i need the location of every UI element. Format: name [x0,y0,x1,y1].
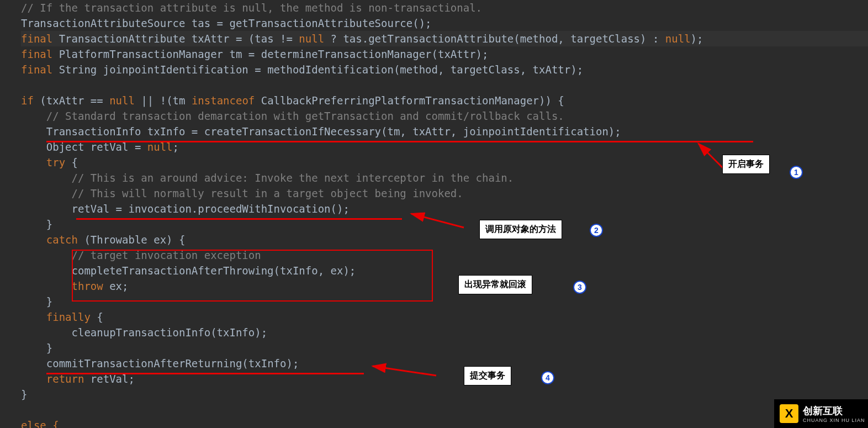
annot-commit: 提交事务 [464,366,511,385]
code-line: retVal = invocation.proceedWithInvocatio… [72,203,350,215]
code-line: final String joinpointIdentification = m… [21,64,583,76]
code-line: else { [21,419,59,428]
code-line: cleanupTransactionInfo(txInfo); [72,326,268,339]
code-line: // This will normally result in a target… [72,187,463,199]
annot-rollback: 出现异常就回滚 [458,275,532,294]
logo-mark-icon: X [780,404,798,423]
annot-invoke-target: 调用原对象的方法 [479,220,562,239]
logo-cn-text: 创新互联 [803,404,865,418]
badge-4: 4 [541,371,554,384]
code-line: // This is an around advice: Invoke the … [72,172,514,184]
underline-2 [76,218,402,220]
code-line: // Standard transaction demarcation with… [46,110,564,122]
code-line: final PlatformTransactionManager tm = de… [21,48,489,60]
annot-open-tx: 开启事务 [722,155,770,174]
code-line: TransactionInfo txInfo = createTransacti… [46,125,621,138]
code-line: if (txAttr == null || !(tm instanceof Ca… [21,94,564,107]
code-line: } [46,218,52,230]
code-block: // If the transaction attribute is null,… [0,0,868,428]
code-line: TransactionAttributeSource tas = getTran… [21,17,432,29]
highlighted-line: final TransactionAttribute txAttr = (tas… [21,31,868,46]
code-line: } [21,388,27,400]
code-line: Object retVal = null; [46,141,179,153]
underline-3 [46,373,364,374]
code-line: // If the transaction attribute is null,… [21,2,482,14]
code-line: } [46,342,52,354]
badge-1: 1 [790,166,803,179]
exception-box [72,250,433,302]
badge-2: 2 [590,224,603,237]
watermark-logo: X 创新互联 CHUANG XIN HU LIAN [774,399,868,428]
underline-1 [46,141,753,142]
code-line: commitTransactionAfterReturning(txInfo); [46,357,299,369]
code-line: } [46,295,52,308]
code-line: return retVal; [46,373,135,385]
code-line: finally { [46,311,103,323]
code-line: catch (Throwable ex) { [46,234,186,246]
logo-en-text: CHUANG XIN HU LIAN [803,418,865,423]
badge-3: 3 [573,281,586,294]
code-line: try { [46,156,78,168]
